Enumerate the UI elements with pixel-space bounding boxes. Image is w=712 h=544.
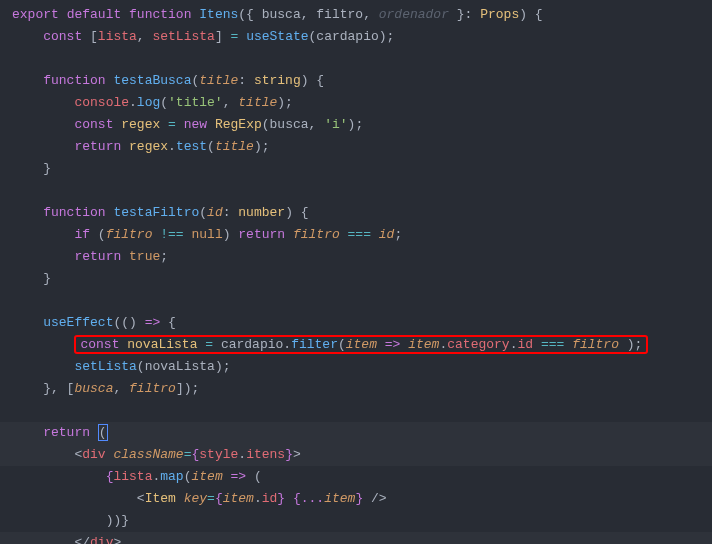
code-line bbox=[0, 400, 712, 422]
code-line: function testaFiltro(id: number) { bbox=[0, 202, 712, 224]
code-line: <div className={style.itens}> bbox=[0, 444, 712, 466]
code-line bbox=[0, 180, 712, 202]
code-line: export default function Itens({ busca, f… bbox=[0, 4, 712, 26]
code-editor[interactable]: export default function Itens({ busca, f… bbox=[0, 4, 712, 544]
code-line: }, [busca, filtro]); bbox=[0, 378, 712, 400]
code-line: ))} bbox=[0, 510, 712, 532]
code-line: useEffect(() => { bbox=[0, 312, 712, 334]
code-line: <Item key={item.id} {...item} /> bbox=[0, 488, 712, 510]
code-line: setLista(novaLista); bbox=[0, 356, 712, 378]
code-line: return true; bbox=[0, 246, 712, 268]
code-line: {lista.map(item => ( bbox=[0, 466, 712, 488]
code-line: console.log('title', title); bbox=[0, 92, 712, 114]
code-line: if (filtro !== null) return filtro === i… bbox=[0, 224, 712, 246]
code-line bbox=[0, 290, 712, 312]
code-line: } bbox=[0, 268, 712, 290]
bracket-match: ( bbox=[98, 424, 108, 441]
code-line: function testaBusca(title: string) { bbox=[0, 70, 712, 92]
code-line: } bbox=[0, 158, 712, 180]
highlight-box: const novaLista = cardapio.filter(item =… bbox=[74, 335, 648, 354]
code-line-highlighted: const novaLista = cardapio.filter(item =… bbox=[0, 334, 712, 356]
code-line: const [lista, setLista] = useState(carda… bbox=[0, 26, 712, 48]
code-line: const regex = new RegExp(busca, 'i'); bbox=[0, 114, 712, 136]
code-line: return regex.test(title); bbox=[0, 136, 712, 158]
code-line: return ( bbox=[0, 422, 712, 444]
code-line bbox=[0, 48, 712, 70]
code-line: </div> bbox=[0, 532, 712, 544]
